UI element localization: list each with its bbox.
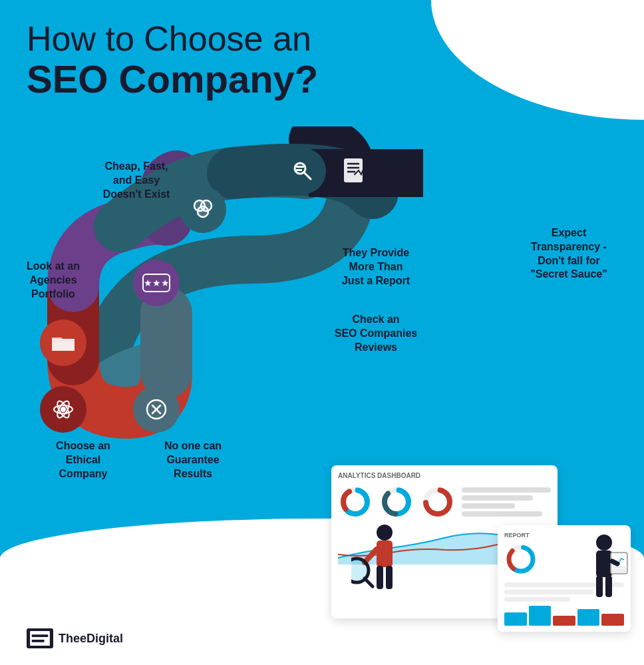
person-magnify <box>351 516 418 625</box>
svg-point-9 <box>61 407 66 412</box>
svg-point-38 <box>596 535 612 551</box>
label-reviews: Check anSEO CompaniesReviews <box>326 313 426 354</box>
label-transparency: ExpectTransparency -Don't fall for"Secre… <box>512 226 625 282</box>
svg-rect-47 <box>32 634 49 637</box>
svg-rect-46 <box>29 630 51 647</box>
svg-point-31 <box>377 525 393 541</box>
svg-line-1 <box>304 172 311 179</box>
stars-icon-circle: ★★★ <box>133 260 180 306</box>
svg-text:★★★: ★★★ <box>144 278 170 288</box>
svg-rect-39 <box>596 551 612 577</box>
person-tablet <box>577 529 631 625</box>
dashboard-area: ANALYTICS DASHBOARD <box>311 465 631 652</box>
logo-text: TheeDigital <box>59 632 123 646</box>
svg-line-35 <box>365 549 377 562</box>
label-guarantee: No one canGuaranteeResults <box>146 439 240 481</box>
svg-rect-40 <box>596 576 603 597</box>
label-cheap: Cheap, Fast,and EasyDoesn't Exist <box>90 160 183 201</box>
svg-rect-3 <box>296 169 302 171</box>
venn-icon-circle <box>180 186 226 233</box>
bg-top-right-curve <box>431 0 644 120</box>
svg-point-6 <box>198 206 208 217</box>
label-report: They ProvideMore ThanJust a Report <box>326 246 426 288</box>
atom-icon-circle <box>40 386 86 433</box>
svg-rect-48 <box>32 640 45 642</box>
label-portfolio: Look at anAgenciesPortfolio <box>13 260 93 301</box>
search-icon-circle <box>279 148 326 194</box>
report-icon-arrow <box>333 148 379 196</box>
logo-icon <box>27 628 53 648</box>
svg-rect-41 <box>605 576 612 597</box>
svg-line-45 <box>612 561 617 564</box>
title-line2: SEO Company? <box>27 58 318 101</box>
title-line1: How to Choose an <box>27 20 318 58</box>
logo-area: TheeDigital <box>27 628 123 648</box>
page-container: How to Choose an SEO Company? <box>0 0 644 665</box>
title-area: How to Choose an SEO Company? <box>27 20 318 101</box>
folder-icon-circle <box>40 320 86 366</box>
svg-rect-33 <box>377 566 383 589</box>
svg-rect-32 <box>377 541 393 567</box>
svg-rect-34 <box>386 566 393 589</box>
svg-rect-16 <box>344 158 363 182</box>
donut-charts-row <box>338 485 551 519</box>
badge-icon-circle <box>133 386 180 433</box>
svg-rect-2 <box>296 166 304 168</box>
arrow-tip <box>376 149 406 197</box>
svg-line-37 <box>365 578 373 586</box>
label-ethical: Choose anEthicalCompany <box>40 439 126 481</box>
